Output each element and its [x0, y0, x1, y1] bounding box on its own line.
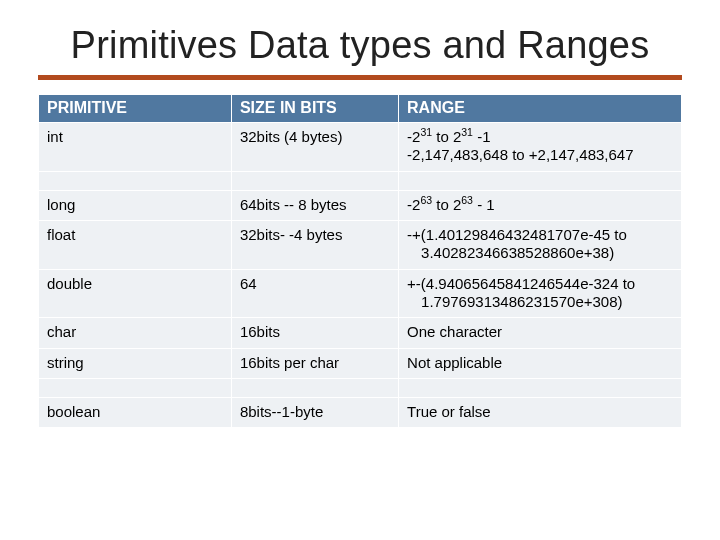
range-text: -2,147,483,648 to +2,147,483,647 [407, 146, 633, 163]
cell-size: 64 [231, 269, 398, 318]
table-row: boolean 8bits--1-byte True or false [39, 398, 682, 428]
range-text: 3.40282346638528860e+38) [407, 244, 673, 262]
range-text: +-(4.94065645841246544e-324 to [407, 275, 635, 292]
range-text: to 2 [432, 128, 461, 145]
page-title: Primitives Data types and Ranges [38, 24, 682, 67]
cell-primitive: int [39, 123, 232, 172]
cell-primitive: char [39, 318, 232, 348]
range-text: -+(1.40129846432481707e-45 to [407, 226, 627, 243]
col-header-primitive: PRIMITIVE [39, 95, 232, 123]
range-text: -2 [407, 196, 420, 213]
range-exp: 31 [461, 126, 473, 138]
table-row-spacer [39, 171, 682, 190]
col-header-range: RANGE [399, 95, 682, 123]
cell-primitive: float [39, 221, 232, 270]
range-exp: 63 [420, 194, 432, 206]
table-row: float 32bits- -4 bytes -+(1.401298464324… [39, 221, 682, 270]
cell-size: 16bits per char [231, 348, 398, 378]
cell-primitive: string [39, 348, 232, 378]
table-header-row: PRIMITIVE SIZE IN BITS RANGE [39, 95, 682, 123]
range-text: -2 [407, 128, 420, 145]
range-text: - 1 [473, 196, 495, 213]
table-row: double 64 +-(4.94065645841246544e-324 to… [39, 269, 682, 318]
title-rule [38, 75, 682, 80]
cell-range: -231 to 231 -1 -2,147,483,648 to +2,147,… [399, 123, 682, 172]
cell-size: 64bits -- 8 bytes [231, 190, 398, 220]
cell-primitive: double [39, 269, 232, 318]
range-exp: 31 [420, 126, 432, 138]
range-exp: 63 [461, 194, 473, 206]
table-row: char 16bits One character [39, 318, 682, 348]
cell-range: Not applicable [399, 348, 682, 378]
table-row: string 16bits per char Not applicable [39, 348, 682, 378]
range-text: -1 [473, 128, 491, 145]
range-text: 1.79769313486231570e+308) [407, 293, 673, 311]
range-text: to 2 [432, 196, 461, 213]
cell-primitive: boolean [39, 398, 232, 428]
cell-primitive: long [39, 190, 232, 220]
slide: Primitives Data types and Ranges PRIMITI… [0, 0, 720, 540]
primitives-table: PRIMITIVE SIZE IN BITS RANGE int 32bits … [38, 94, 682, 428]
table-row-spacer [39, 378, 682, 397]
table-row: int 32bits (4 bytes) -231 to 231 -1 -2,1… [39, 123, 682, 172]
cell-range: True or false [399, 398, 682, 428]
cell-size: 32bits (4 bytes) [231, 123, 398, 172]
col-header-size: SIZE IN BITS [231, 95, 398, 123]
cell-range: -+(1.40129846432481707e-45 to 3.40282346… [399, 221, 682, 270]
cell-size: 32bits- -4 bytes [231, 221, 398, 270]
cell-range: -263 to 263 - 1 [399, 190, 682, 220]
cell-size: 8bits--1-byte [231, 398, 398, 428]
cell-range: One character [399, 318, 682, 348]
table-row: long 64bits -- 8 bytes -263 to 263 - 1 [39, 190, 682, 220]
cell-range: +-(4.94065645841246544e-324 to 1.7976931… [399, 269, 682, 318]
cell-size: 16bits [231, 318, 398, 348]
